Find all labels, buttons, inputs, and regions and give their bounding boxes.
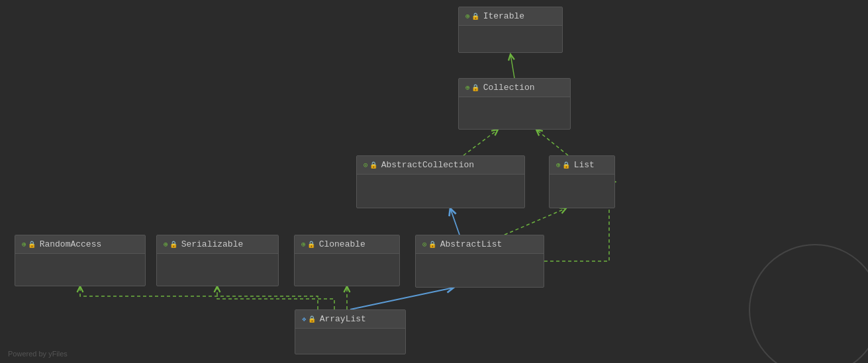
node-arraylist-label: ArrayList [320, 314, 366, 324]
node-cloneable[interactable]: ⊕ 🔒 Cloneable [294, 235, 400, 286]
svg-line-1 [463, 130, 498, 155]
interface-icon: ⊕ 🔒 [465, 83, 479, 92]
node-arraylist[interactable]: ❖ 🔒 ArrayList [295, 309, 406, 354]
svg-line-3 [450, 208, 459, 235]
node-abstractlist-header: ⊙ 🔒 AbstractList [416, 235, 544, 254]
node-collection-body [459, 97, 570, 129]
node-iterable-body [459, 26, 562, 52]
node-collection[interactable]: ⊕ 🔒 Collection [458, 78, 571, 130]
watermark: Powered by yFiles [8, 350, 68, 358]
node-cloneable-header: ⊕ 🔒 Cloneable [295, 235, 399, 254]
interface-icon: ⊕ 🔒 [164, 240, 177, 249]
svg-line-2 [536, 130, 568, 155]
concrete-class-icon: ❖ 🔒 [302, 315, 316, 323]
interface-icon: ⊕ 🔒 [22, 240, 36, 249]
node-arraylist-header: ❖ 🔒 ArrayList [295, 310, 405, 329]
node-abstractcollection-label: AbstractCollection [381, 160, 474, 170]
node-abstractcollection-header: ⊙ 🔒 AbstractCollection [357, 156, 524, 175]
node-randomaccess[interactable]: ⊕ 🔒 RandomAccess [15, 235, 146, 286]
node-list-label: List [574, 160, 595, 170]
svg-line-4 [505, 208, 566, 235]
node-serializable-body [157, 254, 278, 286]
node-iterable-header: ⊕ 🔒 Iterable [459, 7, 562, 26]
node-randomaccess-label: RandomAccess [40, 239, 102, 249]
node-serializable[interactable]: ⊕ 🔒 Serializable [156, 235, 279, 286]
node-list-body [550, 175, 614, 208]
node-collection-label: Collection [483, 83, 535, 93]
interface-icon: ⊕ 🔒 [465, 12, 479, 20]
node-serializable-label: Serializable [181, 239, 244, 249]
node-abstractlist-label: AbstractList [440, 239, 503, 249]
class-icon: ⊙ 🔒 [422, 240, 436, 249]
interface-icon: ⊕ 🔒 [301, 240, 315, 249]
svg-line-0 [510, 54, 514, 78]
node-abstractcollection[interactable]: ⊙ 🔒 AbstractCollection [356, 155, 525, 208]
node-abstractcollection-body [357, 175, 524, 208]
node-iterable-label: Iterable [483, 11, 524, 21]
svg-line-5 [350, 288, 454, 309]
node-cloneable-body [295, 254, 399, 286]
node-list-header: ⊕ 🔒 List [550, 156, 614, 175]
diagram-container: ⊕ 🔒 Iterable ⊕ 🔒 Collection ⊙ 🔒 Abstract… [0, 0, 868, 363]
class-icon: ⊙ 🔒 [363, 161, 377, 169]
node-abstractlist[interactable]: ⊙ 🔒 AbstractList [415, 235, 544, 288]
node-randomaccess-header: ⊕ 🔒 RandomAccess [15, 235, 145, 254]
node-iterable[interactable]: ⊕ 🔒 Iterable [458, 7, 563, 53]
node-abstractlist-body [416, 254, 544, 287]
interface-icon: ⊕ 🔒 [556, 161, 570, 169]
node-cloneable-label: Cloneable [319, 239, 365, 249]
watermark-text: Powered by yFiles [8, 350, 68, 358]
node-randomaccess-body [15, 254, 145, 286]
node-arraylist-body [295, 329, 405, 354]
node-list[interactable]: ⊕ 🔒 List [549, 155, 615, 208]
node-serializable-header: ⊕ 🔒 Serializable [157, 235, 278, 254]
node-collection-header: ⊕ 🔒 Collection [459, 79, 570, 97]
